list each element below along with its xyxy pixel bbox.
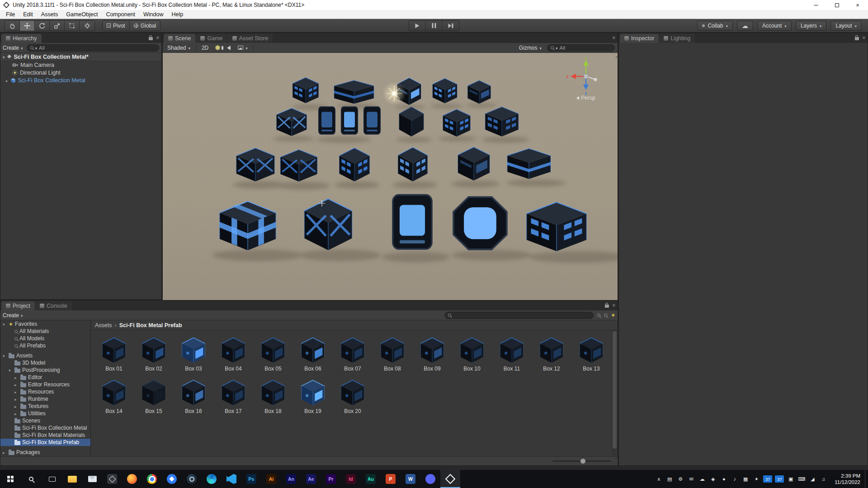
project-search-input[interactable] [444,312,594,319]
disclosure-closed-icon[interactable] [14,403,19,409]
disclosure-closed-icon[interactable] [14,410,19,417]
panel-menu-icon[interactable] [863,35,865,40]
disclosure-closed-icon[interactable] [3,449,7,455]
disclosure-open-icon[interactable] [3,352,7,359]
rotate-tool-button[interactable] [35,21,50,31]
thumbnail-size-slider[interactable] [552,460,611,462]
tray-icon[interactable]: ◈ [708,470,718,488]
panel-menu-icon[interactable] [156,35,159,40]
scene-box[interactable] [319,107,335,134]
taskbar-app[interactable]: P [381,470,401,488]
taskbar-app[interactable] [202,470,222,488]
move-tool-button[interactable] [20,21,35,31]
tree-item-scifi-collection[interactable]: Sci-Fi Box Collection Metal [0,424,90,432]
tree-item-textures[interactable]: Textures [0,403,90,410]
asset-item[interactable]: Box 15 [134,376,174,414]
maximize-button[interactable] [826,0,847,10]
layers-dropdown[interactable]: Layers [796,21,827,31]
tray-icon[interactable]: ◢ [807,470,817,488]
tab-console[interactable]: Console [35,301,72,310]
menu-item[interactable]: File [2,10,19,19]
taskbar-app[interactable] [222,470,241,488]
tree-item-utilities[interactable]: Utilities [0,410,90,417]
projection-toggle[interactable]: Persp [564,95,608,101]
tab-scene[interactable]: Scene [164,34,195,43]
asset-item[interactable]: Box 10 [452,334,492,372]
tray-icon[interactable]: ☁ [697,470,707,488]
scrollbar-thumb[interactable] [613,331,617,449]
tray-icon[interactable]: ▦ [741,470,750,488]
disclosure-open-icon[interactable] [3,54,5,60]
lock-icon[interactable] [605,305,609,308]
step-button[interactable] [443,21,459,31]
menu-item[interactable]: Help [167,10,187,19]
transform-tool-button[interactable] [80,21,94,31]
tray-icon[interactable]: 37 [763,475,772,483]
taskbar-app[interactable]: W [401,470,420,488]
asset-item[interactable]: Box 18 [253,376,293,414]
tree-item-favorites[interactable]: ★ Favorites [0,320,90,328]
tray-icon[interactable]: ♫ [818,470,828,488]
collab-dropdown[interactable]: Collab [697,21,733,31]
hierarchy-item-directional-light[interactable]: Directional Light [0,69,161,76]
scene-lighting-toggle[interactable] [214,44,222,52]
taskbar-app[interactable] [62,470,82,488]
scene-box[interactable] [453,197,507,249]
tree-item-resources[interactable]: Resources [0,388,90,395]
2d-toggle[interactable]: 2D [200,44,210,52]
scene-box[interactable] [236,148,275,182]
asset-item[interactable]: Box 16 [174,376,213,414]
scene-box[interactable] [304,199,352,250]
show-desktop-button[interactable] [865,470,868,488]
asset-item[interactable]: Box 11 [492,334,532,372]
asset-item[interactable]: Box 04 [213,334,253,372]
scene-box[interactable] [527,202,587,251]
hierarchy-item-main-camera[interactable]: Main Camera [0,61,161,69]
tray-icon[interactable]: ♪ [730,470,740,488]
tree-item-scifi-materials[interactable]: Sci-Fi Box Metal Materials [0,432,90,439]
slider-knob[interactable] [580,459,585,464]
breadcrumb-assets[interactable]: Assets [95,322,112,328]
disclosure-closed-icon[interactable] [6,77,8,84]
tree-item-postprocessing[interactable]: PostProcessing [0,366,90,374]
tray-icon[interactable]: ✉ [686,470,696,488]
gizmos-dropdown[interactable]: Gizmos [517,44,543,52]
asset-item[interactable]: Box 07 [333,334,373,372]
tree-item-scenes[interactable]: Scenes [0,417,90,424]
scene-box[interactable] [220,202,276,250]
taskbar-app[interactable]: Ae [301,470,321,488]
scene-box[interactable] [393,195,432,249]
taskbar-app[interactable]: Au [361,470,381,488]
scene-box[interactable] [398,147,428,182]
search-by-label-icon[interactable] [604,314,607,317]
asset-item[interactable]: Box 12 [532,334,571,372]
asset-item[interactable]: Box 14 [94,376,134,414]
asset-item[interactable]: Box 06 [293,334,333,372]
taskbar-app[interactable] [162,470,182,488]
tab-lighting[interactable]: Lighting [659,34,695,43]
tree-item-editor[interactable]: Editor [0,374,90,381]
tray-icon[interactable]: 37 [775,475,784,483]
scene-box[interactable] [364,107,381,134]
tab-project[interactable]: Project [1,301,35,310]
scene-audio-toggle[interactable] [225,44,232,52]
cloud-services-button[interactable]: ☁ [737,21,753,31]
scene-orientation-gizmo[interactable]: y x z Persp [564,56,608,101]
taskbar-app[interactable]: Ps [241,470,261,488]
taskbar-app[interactable] [182,470,202,488]
tree-item-all-materials[interactable]: All Materials [0,328,90,335]
tab-hierarchy[interactable]: Hierarchy [1,34,42,43]
tray-icon[interactable]: ▤ [665,470,675,488]
disclosure-closed-icon[interactable] [14,396,19,402]
menu-item[interactable]: GameObject [62,10,102,19]
panel-menu-icon[interactable] [613,303,615,308]
taskbar-app[interactable] [102,470,122,488]
tab-inspector[interactable]: Inspector [620,34,659,43]
scene-box[interactable] [341,107,358,134]
rect-tool-button[interactable] [65,21,80,31]
start-button[interactable] [0,470,21,488]
disclosure-closed-icon[interactable] [14,381,19,388]
taskbar-app[interactable] [142,470,162,488]
global-toggle[interactable]: Global [130,21,160,31]
menu-item[interactable]: Edit [19,10,37,19]
